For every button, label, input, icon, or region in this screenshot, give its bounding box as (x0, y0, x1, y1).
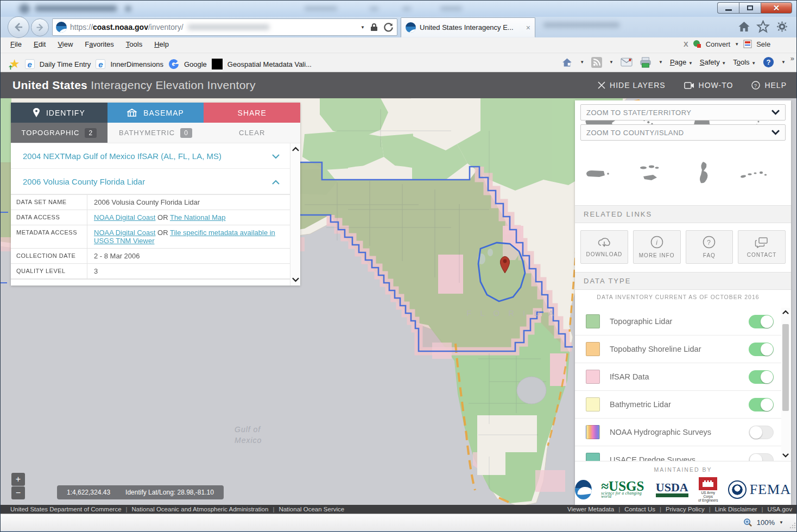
favorite-google[interactable]: Google (184, 60, 207, 68)
scrollbar-thumb[interactable] (782, 324, 789, 411)
subtab-bathymetric[interactable]: BATHYMETRIC 0 (107, 123, 204, 143)
menu-help[interactable]: Help (154, 40, 169, 48)
footer-disclaimer-link[interactable]: Link Disclaimer (715, 506, 757, 512)
national-map-link[interactable]: The National Map (170, 213, 226, 221)
home-toolbar-icon[interactable] (561, 57, 573, 68)
video-icon (684, 82, 694, 89)
tab-basemap[interactable]: BASEMAP (107, 103, 204, 123)
favorite-geospatial-metadata[interactable]: Geospatial Metadata Vali... (227, 60, 312, 68)
usace-logo[interactable]: US Army Corpsof Engineers (698, 477, 719, 502)
mail-icon[interactable] (621, 58, 632, 67)
contact-button[interactable]: CONTACT (738, 230, 786, 264)
noaa-digital-coast-link[interactable]: NOAA Digital Coast (94, 229, 155, 237)
maximize-button[interactable] (739, 2, 761, 14)
subtab-topographic[interactable]: TOPOGRAPHIC 2 (11, 123, 107, 143)
zoom-to-state-dropdown[interactable]: ZOOM TO STATE/TERRITORY (580, 104, 786, 121)
layer-toggle[interactable] (749, 426, 774, 439)
favorites-star-icon[interactable] (756, 20, 770, 33)
footer-contact-link[interactable]: Contact Us (624, 506, 655, 512)
menu-edit[interactable]: Edit (34, 40, 46, 48)
virgin-islands-shape[interactable] (634, 161, 671, 185)
dataset-item-nextmap[interactable]: 2004 NEXTMap Gulf of Mexico IfSAR (AL, F… (11, 143, 300, 169)
zoom-dropdown-icon[interactable]: ▼ (779, 520, 783, 525)
usda-logo[interactable]: USDA (656, 482, 688, 497)
footer-privacy-link[interactable]: Privacy Policy (666, 506, 705, 512)
usgs-logo[interactable]: ≈USGSscience for a changing world (601, 481, 647, 498)
address-bar[interactable]: https://coast.noaa.gov/inventory/ ▼ (52, 18, 397, 36)
select-icon (743, 40, 752, 48)
page-zoom-level[interactable]: 100% (757, 518, 775, 527)
print-icon[interactable] (640, 57, 651, 68)
gulf-of-mexico-label: Gulf of Mexico (235, 425, 262, 445)
favorite-innerdimensions[interactable]: InnerDimensions (110, 60, 163, 68)
scroll-up-icon[interactable] (782, 310, 789, 314)
american-samoa-shape[interactable] (736, 162, 773, 184)
help-icon[interactable]: ? (763, 56, 774, 68)
download-button[interactable]: DOWNLOAD (580, 230, 628, 264)
rss-icon[interactable] (591, 57, 602, 68)
close-button[interactable]: ✕ (761, 2, 792, 14)
home-icon[interactable] (737, 20, 751, 33)
layer-toggle[interactable] (749, 315, 774, 328)
scroll-down-icon[interactable] (782, 453, 789, 458)
fema-logo[interactable]: FEMA (728, 480, 791, 499)
svg-text:?: ? (754, 83, 757, 88)
footer-noaa-link[interactable]: National Oceanic and Atmospheric Adminis… (132, 506, 269, 512)
more-info-button[interactable]: i MORE INFO (633, 230, 681, 264)
back-button[interactable] (8, 16, 29, 38)
map-zoom-out-button[interactable]: − (11, 486, 25, 499)
puerto-rico-shape[interactable] (582, 162, 619, 184)
zoom-magnifier-icon (743, 518, 752, 527)
layer-list-scrollbar[interactable] (781, 308, 790, 460)
minimize-button[interactable] (717, 2, 739, 14)
layer-toggle[interactable] (749, 398, 774, 411)
footer-doc-link[interactable]: United States Department of Commerce (10, 506, 122, 512)
guam-shape[interactable] (685, 160, 722, 187)
layer-toggle[interactable] (749, 370, 774, 384)
footer-usagov-link[interactable]: USA.gov (768, 506, 792, 512)
noaa-logo[interactable] (575, 480, 592, 499)
help-button[interactable]: ? HELP (751, 81, 787, 90)
forward-arrow-icon (35, 23, 45, 32)
related-links-header: RELATED LINKS (575, 205, 791, 223)
noaa-digital-coast-link[interactable]: NOAA Digital Coast (94, 213, 155, 221)
settings-gear-icon[interactable] (775, 20, 789, 33)
select-button[interactable]: Sele (756, 40, 770, 48)
redacted-tab-area (538, 19, 630, 33)
scroll-up-icon[interactable] (292, 147, 299, 151)
refresh-icon[interactable] (383, 22, 394, 33)
menu-favorites[interactable]: Favorites (85, 40, 113, 48)
layer-toggle[interactable] (749, 343, 774, 356)
tools-menu[interactable]: Tools ▼ (733, 58, 756, 66)
menu-view[interactable]: View (58, 40, 73, 48)
how-to-button[interactable]: HOW-TO (684, 81, 733, 90)
commandbar-close[interactable]: X (684, 40, 688, 48)
subtab-clear[interactable]: CLEAR (204, 123, 300, 143)
menu-tools[interactable]: Tools (126, 40, 142, 48)
tab-share[interactable]: SHARE (204, 103, 300, 123)
menu-file[interactable]: File (10, 40, 22, 48)
zoom-to-county-dropdown[interactable]: ZOOM TO COUNTY/ISLAND (580, 124, 786, 141)
toolbar-overflow-chevron[interactable]: » (790, 54, 794, 62)
footer-nos-link[interactable]: National Ocean Service (279, 506, 344, 512)
url-dropdown-icon[interactable]: ▼ (360, 25, 365, 30)
favorite-daily-time-entry[interactable]: Daily Time Entry (40, 60, 91, 68)
url-text: https://coast.noaa.gov/inventory/ (70, 23, 184, 31)
add-favorite-icon[interactable]: ★ (9, 57, 20, 71)
left-panel-scrollbar[interactable] (290, 143, 300, 286)
hide-layers-button[interactable]: HIDE LAYERS (598, 81, 666, 90)
dataset-item-volusia[interactable]: 2006 Volusia County Florida Lidar (11, 169, 300, 194)
faq-button[interactable]: ? FAQ (686, 230, 733, 264)
convert-button[interactable]: Convert (706, 40, 731, 48)
safety-menu[interactable]: Safety ▼ (700, 58, 726, 66)
forward-button[interactable] (31, 18, 49, 36)
scroll-down-icon[interactable] (292, 277, 299, 282)
question-circle-icon: ? (703, 236, 716, 249)
footer-viewer-metadata-link[interactable]: Viewer Metadata (567, 506, 614, 512)
tab-identify[interactable]: IDENTIFY (11, 103, 107, 123)
tab-close-icon[interactable]: × (526, 23, 530, 32)
map-zoom-in-button[interactable]: + (11, 473, 25, 486)
browser-tab[interactable]: United States Interagency E... × (401, 17, 535, 37)
page-menu[interactable]: Page ▼ (670, 58, 693, 66)
resize-grip[interactable] (789, 522, 796, 529)
